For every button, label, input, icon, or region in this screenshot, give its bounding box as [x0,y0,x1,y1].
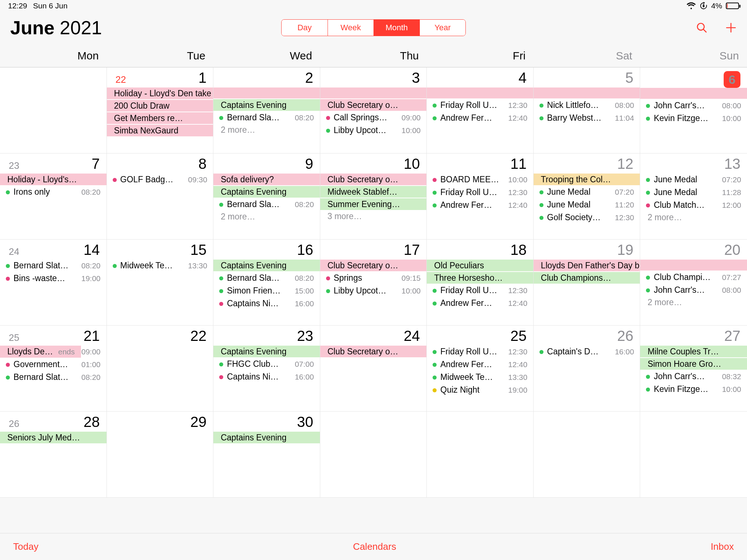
event-timed[interactable]: June Medal07:20 [534,186,640,198]
event-timed[interactable]: Captains Ni…16:00 [213,298,320,310]
event-allday[interactable]: Lloyds Den Father's Day bar-…ends09:00 [0,346,107,358]
event-timed[interactable]: Friday Roll U…12:30 [427,186,533,198]
event-allday[interactable] [534,88,640,98]
event-timed[interactable]: Government…01:00 [0,358,107,370]
day-cell[interactable]: 26Captain's D…16:00 [534,326,640,412]
event-timed[interactable]: Andrew Fer…12:40 [427,358,533,370]
event-allday[interactable]: Club Secretary o… [320,174,427,185]
event-allday[interactable]: Seniors July Med… [0,432,107,443]
event-allday[interactable]: Captains Evening [213,99,320,111]
inbox-button[interactable]: Inbox [711,541,734,552]
event-timed[interactable]: Bernard Slat…08:20 [0,371,107,383]
event-timed[interactable]: Andrew Fer…12:40 [427,199,533,211]
day-cell[interactable]: 12Trooping the Col…June Medal07:20June M… [534,153,640,240]
event-allday[interactable] [640,260,747,271]
day-cell[interactable]: 25Friday Roll U…12:30Andrew Fer…12:40Mid… [427,326,534,412]
event-timed[interactable]: John Carr's…08:00 [640,284,747,296]
event-allday[interactable]: Get Members re… [107,112,213,124]
event-allday[interactable] [320,88,427,98]
day-cell[interactable]: 29 [107,412,214,498]
event-timed[interactable]: Andrew Fer…12:40 [427,112,533,124]
event-allday[interactable]: Simon Hoare Gro… [640,358,747,370]
event-allday[interactable] [213,88,320,98]
event-timed[interactable]: June Medal07:20 [640,174,747,186]
day-cell[interactable]: 3Club Secretary o…Call Springs…09:00Libb… [320,67,427,153]
day-cell[interactable] [427,412,534,498]
event-allday[interactable]: Captains Evening [213,346,320,357]
day-cell[interactable] [320,412,427,498]
event-timed[interactable]: Andrew Fer…12:40 [427,297,533,309]
day-cell[interactable]: 13June Medal07:20June Medal11:28Club Mat… [640,153,747,240]
event-timed[interactable]: Bernard Sla…08:20 [213,198,320,210]
event-allday[interactable]: Holiday - Lloyd's… [0,174,107,185]
event-timed[interactable]: Friday Roll U…12:30 [427,99,533,111]
day-cell[interactable]: 20Club Champi…07:27John Carr's…08:002 mo… [640,240,747,326]
event-timed[interactable]: Friday Roll U…12:30 [427,284,533,296]
event-timed[interactable]: BOARD MEE…10:00 [427,174,533,186]
event-allday[interactable]: Summer Evening… [320,198,427,210]
event-timed[interactable]: Libby Upcot…10:00 [320,124,427,136]
event-timed[interactable]: Quiz Night19:00 [427,384,533,396]
event-allday[interactable]: Simba NexGaurd [107,125,213,136]
day-cell[interactable]: 221Holiday - Lloyd's Den take slow cooke… [107,67,214,153]
day-cell[interactable]: 5Nick Littlefo…08:00Barry Webst…11:04 [534,67,640,153]
event-timed[interactable]: Bins -waste…19:00 [0,272,107,284]
event-timed[interactable]: Captains Ni…16:00 [213,371,320,383]
event-timed[interactable]: June Medal11:20 [534,199,640,211]
day-cell[interactable]: 8GOLF Badg…09:30 [107,153,214,240]
more-events-link[interactable]: 3 more… [320,211,427,222]
event-timed[interactable]: John Carr's…08:00 [640,100,747,112]
segment-year[interactable]: Year [419,20,465,36]
day-cell[interactable]: 15Midweek Te…13:30 [107,240,214,326]
event-allday[interactable]: Lloyds Den Father's Day bar-b-q [534,260,640,271]
day-cell[interactable]: 11BOARD MEE…10:00Friday Roll U…12:30Andr… [427,153,534,240]
day-cell[interactable]: 10Club Secretary o…Midweek Stablef…Summe… [320,153,427,240]
day-cell[interactable]: 24Club Secretary o… [320,326,427,412]
search-icon[interactable] [696,22,708,34]
day-cell[interactable]: 4Friday Roll U…12:30Andrew Fer…12:40 [427,67,534,153]
day-cell[interactable]: 6John Carr's…08:00Kevin Fitzge…10:00 [640,67,747,153]
event-allday[interactable]: Three Horsesho… [427,272,533,284]
day-cell[interactable]: 30Captains Evening [213,412,320,498]
event-allday[interactable]: Sofa delivery? [213,174,320,185]
event-timed[interactable]: Bernard Sla…08:20 [213,272,320,284]
event-timed[interactable]: Club Match…12:00 [640,199,747,211]
month-grid[interactable]: 221Holiday - Lloyd's Den take slow cooke… [0,67,747,498]
event-timed[interactable]: Bernard Slat…08:20 [0,260,107,272]
event-timed[interactable]: June Medal11:28 [640,186,747,198]
event-allday[interactable]: Trooping the Col… [534,174,640,185]
event-timed[interactable]: Springs09:15 [320,272,427,284]
day-cell[interactable]: 23Captains EveningFHGC Club…07:00Captain… [213,326,320,412]
more-events-link[interactable]: 2 more… [640,212,747,223]
event-allday[interactable] [427,88,533,98]
event-timed[interactable]: Nick Littlefo…08:00 [534,99,640,111]
more-events-link[interactable]: 2 more… [213,211,320,222]
event-timed[interactable]: Midweek Te…13:30 [107,260,213,272]
day-cell[interactable]: 9Sofa delivery?Captains EveningBernard S… [213,153,320,240]
event-timed[interactable]: John Carr's…08:32 [640,370,747,382]
day-cell[interactable]: 19Lloyds Den Father's Day bar-b-qClub Ch… [534,240,640,326]
event-timed[interactable]: Golf Society…12:30 [534,211,640,223]
event-timed[interactable]: Call Springs…09:00 [320,112,427,124]
add-event-icon[interactable] [725,22,737,34]
calendars-button[interactable]: Calendars [353,541,396,552]
event-timed[interactable]: FHGC Club…07:00 [213,358,320,370]
event-allday[interactable]: Holiday - Lloyd's Den take slow cooker [107,88,213,99]
event-timed[interactable]: Libby Upcot…10:00 [320,285,427,297]
day-cell[interactable]: 22 [107,326,214,412]
event-allday[interactable]: 200 Club Draw [107,100,213,112]
event-allday[interactable]: Club Secretary o… [320,260,427,271]
day-cell[interactable]: 2Captains EveningBernard Sla…08:202 more… [213,67,320,153]
event-allday[interactable] [640,88,747,99]
day-cell[interactable]: 18Old PeculiarsThree Horsesho…Friday Rol… [427,240,534,326]
event-allday[interactable]: Club Champions… [534,272,640,284]
event-allday[interactable]: Captains Evening [213,186,320,198]
segment-month[interactable]: Month [374,20,419,36]
event-allday[interactable]: Milne Couples Tr… [640,346,747,357]
event-allday[interactable]: Captains Evening [213,432,320,443]
day-cell[interactable]: 2521Lloyds Den Father's Day bar-…ends09:… [0,326,107,412]
event-timed[interactable]: Irons only08:20 [0,186,107,198]
segment-day[interactable]: Day [282,20,328,36]
event-timed[interactable]: Barry Webst…11:04 [534,112,640,124]
event-allday[interactable]: Club Secretary o… [320,346,427,357]
